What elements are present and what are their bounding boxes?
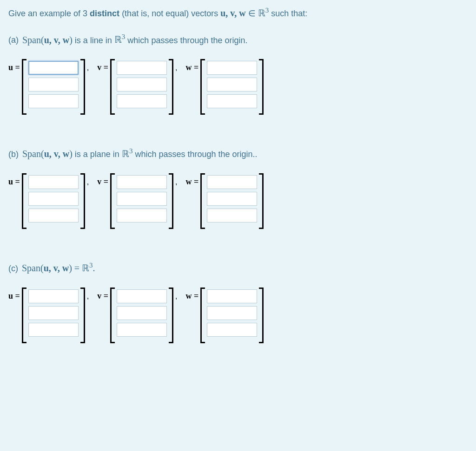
part-b-text: (b) Span(u, v, w) is a plane in ℝ3 which… (8, 147, 468, 159)
input-u-a-2[interactable] (28, 78, 79, 92)
intro-text: Give an example of 3 distinct (that is, … (8, 7, 468, 19)
part-c-uvw: u, v, w (44, 263, 69, 273)
label-v-b: v = (97, 177, 108, 187)
label-u-c: u = (8, 291, 20, 301)
input-v-b-2[interactable] (117, 192, 167, 206)
bracket-right-icon (80, 59, 85, 115)
vector-v-c (110, 288, 173, 343)
vector-u-b (22, 173, 85, 229)
part-c-span: Span( (22, 263, 44, 273)
input-v-c-2[interactable] (117, 306, 167, 320)
part-a-label: (a) (8, 35, 21, 45)
intro-t3: ∈ (246, 9, 258, 18)
bracket-left-icon (110, 288, 115, 343)
label-u-a: u = (8, 63, 20, 72)
bracket-left-icon (200, 288, 205, 343)
bracket-right-icon (169, 173, 173, 229)
part-b-label: (b) (8, 150, 21, 159)
intro-t4: such that: (269, 9, 307, 18)
comma: , (87, 292, 89, 301)
label-u-b: u = (8, 177, 20, 187)
bracket-right-icon (80, 173, 85, 229)
part-c-eq: = (72, 263, 82, 273)
input-w-c-2[interactable] (207, 306, 257, 320)
vector-v-b (110, 173, 173, 229)
comma: , (175, 292, 177, 301)
input-w-b-3[interactable] (207, 209, 257, 222)
input-w-c-1[interactable] (207, 289, 257, 303)
bracket-left-icon (22, 173, 26, 229)
intro-uvw: u, v, w (220, 8, 245, 18)
part-b-R: ℝ3 (122, 149, 133, 159)
input-u-c-1[interactable] (28, 289, 79, 303)
part-a-close: ) (69, 34, 73, 45)
bracket-right-icon (169, 288, 173, 343)
part-b-uvw: u, v, w (44, 149, 69, 159)
comma: , (175, 178, 177, 186)
bracket-right-icon (169, 59, 173, 115)
input-v-a-2[interactable] (117, 78, 167, 92)
input-u-b-2[interactable] (28, 192, 79, 206)
input-w-a-3[interactable] (207, 94, 257, 108)
vector-u-a (22, 59, 85, 115)
comma: , (175, 64, 177, 72)
input-v-a-3[interactable] (117, 94, 167, 108)
part-c-dot: . (93, 263, 95, 273)
part-a-vectors: u = , v = , w = (8, 59, 468, 115)
part-a-t2: which passes through the origin. (125, 35, 247, 45)
vector-w-a (200, 59, 264, 115)
input-v-b-3[interactable] (117, 209, 167, 222)
intro-distinct: distinct (90, 9, 119, 18)
input-v-a-1[interactable] (117, 61, 167, 75)
bracket-left-icon (200, 59, 205, 115)
bracket-right-icon (80, 288, 85, 343)
intro-t1: Give an example of 3 (8, 9, 90, 18)
comma: , (87, 64, 89, 72)
comma: , (87, 178, 89, 186)
input-u-c-3[interactable] (28, 323, 79, 337)
part-b-t1: is a plane in (73, 150, 122, 159)
input-u-c-2[interactable] (28, 306, 79, 320)
label-w-a: w = (185, 63, 198, 72)
part-c-label: (c) (8, 264, 20, 273)
part-b-vectors: u = , v = , w = (8, 173, 468, 229)
part-c-text: (c) Span(u, v, w) = ℝ3. (8, 261, 468, 274)
intro-R: ℝ3 (258, 8, 269, 18)
input-w-a-1[interactable] (207, 61, 257, 75)
input-u-a-3[interactable] (28, 94, 79, 108)
bracket-right-icon (259, 173, 264, 229)
input-w-a-2[interactable] (207, 78, 257, 92)
input-w-b-2[interactable] (207, 192, 257, 206)
input-u-b-1[interactable] (28, 175, 79, 189)
input-u-b-3[interactable] (28, 209, 79, 222)
part-a-text: (a) Span(u, v, w) is a line in ℝ3 which … (8, 33, 468, 46)
part-b-close: ) (69, 149, 73, 159)
vector-u-c (22, 288, 85, 343)
part-a-t1: is a line in (73, 35, 114, 45)
part-b-t2: which passes through the origin.. (132, 150, 257, 159)
label-w-b: w = (185, 177, 198, 187)
part-a-R: ℝ3 (114, 34, 126, 45)
part-c-R: ℝ3 (82, 263, 93, 273)
input-w-c-3[interactable] (207, 323, 257, 337)
part-c-close: ) (69, 263, 72, 273)
input-v-c-3[interactable] (117, 323, 167, 337)
part-b-span: Span( (22, 149, 44, 159)
label-v-c: v = (97, 291, 108, 301)
vector-w-b (200, 173, 264, 229)
input-u-a-1[interactable] (28, 61, 79, 75)
input-v-b-1[interactable] (117, 175, 167, 189)
part-c-vectors: u = , v = , w = (8, 288, 468, 343)
bracket-right-icon (259, 288, 264, 343)
input-w-b-1[interactable] (207, 175, 257, 189)
bracket-right-icon (259, 59, 264, 115)
intro-t2: (that is, not equal) vectors (119, 9, 220, 18)
bracket-left-icon (110, 59, 115, 115)
input-v-c-1[interactable] (117, 289, 167, 303)
part-a-uvw: u, v, w (44, 34, 69, 45)
bracket-left-icon (110, 173, 115, 229)
label-w-c: w = (185, 291, 198, 301)
vector-w-c (200, 288, 264, 343)
bracket-left-icon (22, 288, 26, 343)
bracket-left-icon (22, 59, 26, 115)
